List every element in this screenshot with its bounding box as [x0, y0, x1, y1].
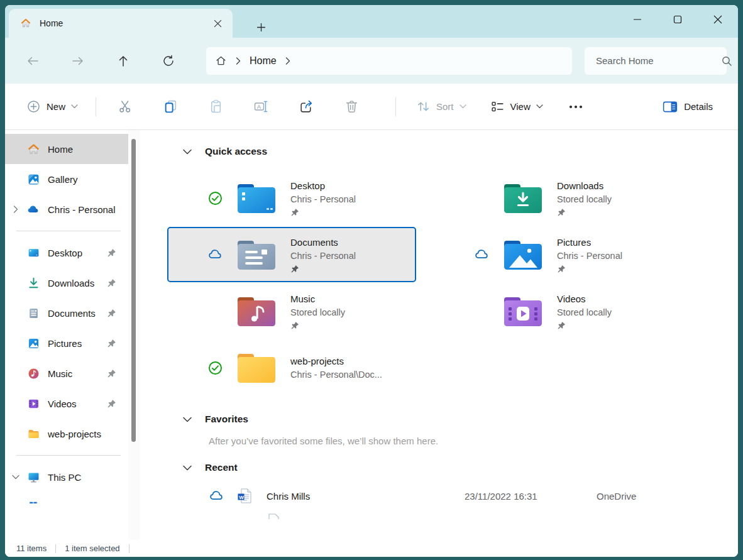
- sidebar-scrollbar[interactable]: [128, 130, 140, 540]
- sidebar-divider: [16, 231, 121, 231]
- sidebar-item-label: This PC: [48, 472, 128, 483]
- sidebar-item-music[interactable]: Music: [5, 358, 128, 388]
- quick-access-header: Quick access: [167, 141, 725, 162]
- sidebar-item-onedrive[interactable]: Chris - Personal: [5, 194, 128, 224]
- toolbar-divider: [96, 97, 96, 116]
- collapse-chevron-icon[interactable]: [5, 475, 26, 480]
- tile-name: Videos: [557, 292, 612, 306]
- file-tile-desktop[interactable]: Desktop Chris - Personal: [167, 170, 416, 226]
- documents-icon: [26, 306, 40, 320]
- sidebar-item-label: Gallery: [48, 174, 128, 185]
- sidebar-item-web-projects[interactable]: web-projects: [5, 419, 128, 449]
- sidebar-item-label: Home: [48, 144, 128, 155]
- sidebar-item-label: Desktop: [48, 248, 107, 258]
- recent-file-name: Chris Mills: [267, 491, 465, 502]
- sidebar-item-pictures[interactable]: Pictures: [5, 328, 128, 358]
- file-tile-web-projects[interactable]: web-projects Chris - Personal\Doc...: [167, 340, 416, 395]
- sort-button[interactable]: Sort: [410, 94, 473, 119]
- sidebar-item-label: Videos: [48, 398, 107, 409]
- file-tile-documents[interactable]: Documents Chris - Personal: [167, 227, 416, 282]
- maximize-button[interactable]: [658, 5, 698, 34]
- file-tile-pictures[interactable]: Pictures Chris - Personal: [434, 227, 683, 282]
- minimize-button[interactable]: [617, 5, 658, 34]
- pictures-icon: [26, 336, 40, 350]
- tile-name: Pictures: [557, 236, 622, 250]
- sort-button-label: Sort: [436, 101, 454, 112]
- sidebar-item-videos[interactable]: Videos: [5, 388, 128, 419]
- cut-button[interactable]: [110, 92, 140, 122]
- sidebar-item-this-pc[interactable]: This PC: [5, 462, 128, 492]
- rename-button[interactable]: A: [246, 92, 276, 122]
- search-icon: [721, 55, 732, 67]
- pin-icon: [557, 208, 612, 217]
- pin-icon: [290, 208, 356, 217]
- sort-icon: [416, 99, 431, 114]
- ellipsis-icon: [569, 105, 583, 109]
- music-icon: [26, 366, 40, 380]
- pin-icon: [107, 248, 122, 258]
- sidebar-item-partial: [5, 492, 128, 503]
- search-input[interactable]: [596, 55, 721, 66]
- cloud-status-icon: [474, 247, 490, 263]
- close-window-button[interactable]: [698, 5, 738, 34]
- collapse-chevron-icon[interactable]: [182, 417, 192, 422]
- share-button[interactable]: [291, 92, 321, 122]
- sidebar-item-downloads[interactable]: Downloads: [5, 268, 128, 298]
- details-pane-button[interactable]: Details: [656, 95, 719, 119]
- sidebar-item-desktop[interactable]: Desktop: [5, 238, 128, 268]
- up-button[interactable]: [111, 48, 136, 74]
- sidebar-item-documents[interactable]: Documents: [5, 298, 128, 328]
- breadcrumb-item-home[interactable]: Home: [250, 55, 277, 67]
- recent-file-row[interactable]: W Chris Mills 23/11/2022 16:31 OneDrive: [167, 480, 725, 512]
- search-box[interactable]: [585, 47, 727, 75]
- view-button[interactable]: View: [484, 94, 549, 119]
- command-toolbar: New A Sort View: [5, 84, 738, 130]
- back-button[interactable]: [20, 48, 45, 74]
- recent-file-location: OneDrive: [597, 491, 636, 502]
- tile-detail: Stored locally: [290, 306, 345, 319]
- more-options-button[interactable]: [561, 92, 591, 122]
- sidebar-item-label: Downloads: [48, 278, 107, 288]
- tab-close-button[interactable]: [209, 14, 226, 32]
- sidebar-item-label: Music: [48, 368, 107, 379]
- file-tile-downloads[interactable]: Downloads Stored locally: [434, 170, 683, 226]
- new-tab-button[interactable]: [250, 18, 272, 36]
- paste-button[interactable]: [201, 92, 231, 122]
- tile-detail: Chris - Personal: [557, 250, 622, 263]
- title-bar: Home: [5, 5, 738, 38]
- copy-button[interactable]: [155, 92, 185, 122]
- pin-icon: [107, 339, 122, 348]
- file-tile-videos[interactable]: Videos Stored locally: [434, 283, 683, 339]
- plus-circle-icon: [26, 99, 41, 114]
- scrollbar-thumb[interactable]: [131, 139, 136, 442]
- file-tile-music[interactable]: Music Stored locally: [167, 283, 416, 339]
- sidebar-item-gallery[interactable]: Gallery: [5, 164, 128, 194]
- cloud-status-icon: [207, 247, 224, 263]
- tile-name: Desktop: [290, 179, 356, 193]
- tile-name: Documents: [290, 236, 356, 250]
- new-button[interactable]: New: [23, 94, 82, 119]
- sidebar-item-home[interactable]: Home: [5, 134, 128, 164]
- tab-title: Home: [40, 18, 209, 28]
- forward-button[interactable]: [65, 48, 91, 74]
- expand-chevron-icon[interactable]: [5, 206, 26, 213]
- pin-icon: [107, 369, 122, 378]
- breadcrumb-home-icon[interactable]: [215, 55, 227, 67]
- synced-status-icon: [207, 190, 224, 206]
- favorites-empty-text: After you’ve favorited some files, we’ll…: [209, 436, 725, 446]
- explorer-tab-home[interactable]: Home: [9, 9, 233, 38]
- sidebar-item-label: Documents: [48, 308, 107, 319]
- delete-button[interactable]: [336, 92, 366, 122]
- breadcrumb[interactable]: Home: [206, 47, 572, 75]
- downloads-folder-icon: [503, 181, 543, 215]
- recent-header: Recent: [167, 458, 725, 478]
- collapse-chevron-icon[interactable]: [182, 149, 192, 155]
- sidebar-item-label: Pictures: [48, 338, 107, 349]
- refresh-button[interactable]: [156, 48, 181, 74]
- desktop-folder-icon: [236, 181, 277, 215]
- chevron-right-icon[interactable]: [285, 57, 290, 65]
- view-button-label: View: [510, 101, 531, 112]
- chevron-right-icon: [236, 57, 241, 65]
- collapse-chevron-icon[interactable]: [182, 465, 192, 471]
- navigation-bar: Home: [5, 38, 738, 84]
